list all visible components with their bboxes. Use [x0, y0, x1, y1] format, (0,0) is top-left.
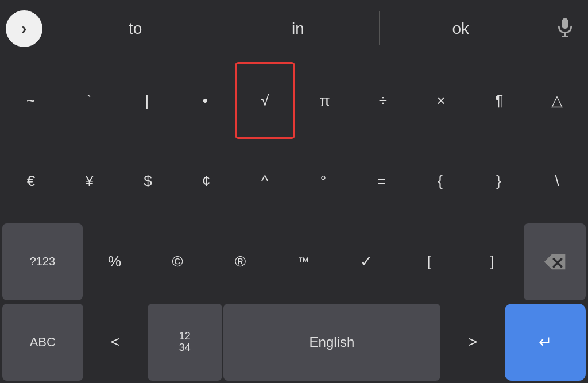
- keyboard: ~ ` | • √ π ÷ × ¶ △ € ¥ $ ¢ ^ ° = { } \ …: [0, 57, 588, 383]
- key-copyright[interactable]: ©: [146, 223, 208, 300]
- suggestions-bar: › to in ok: [0, 0, 588, 57]
- expand-button[interactable]: ›: [6, 10, 42, 47]
- key-cent[interactable]: ¢: [177, 142, 235, 219]
- key-backtick[interactable]: `: [60, 62, 117, 139]
- key-sqrt[interactable]: √: [235, 62, 295, 139]
- key-caret[interactable]: ^: [236, 142, 293, 219]
- key-triangle[interactable]: △: [529, 62, 586, 139]
- key-close-bracket[interactable]: ]: [461, 223, 523, 300]
- key-numbers-stacked[interactable]: 12 34: [148, 304, 222, 381]
- key-pi[interactable]: π: [296, 62, 353, 139]
- expand-icon: ›: [21, 20, 26, 38]
- key-checkmark[interactable]: ✓: [335, 223, 397, 300]
- mic-icon: [555, 17, 575, 40]
- key-row-1: ~ ` | • √ π ÷ × ¶ △: [2, 62, 586, 139]
- key-abc[interactable]: ABC: [2, 304, 83, 381]
- svg-rect-0: [562, 18, 568, 29]
- key-backspace[interactable]: [524, 223, 586, 300]
- suggestions-list: to in ok: [54, 0, 542, 57]
- key-registered[interactable]: ®: [210, 223, 272, 300]
- key-open-brace[interactable]: {: [412, 142, 469, 219]
- key-greater-than[interactable]: >: [442, 304, 504, 381]
- key-close-brace[interactable]: }: [470, 142, 527, 219]
- key-yen[interactable]: ¥: [61, 142, 118, 219]
- key-backslash[interactable]: \: [528, 142, 586, 219]
- mic-button[interactable]: [548, 17, 582, 40]
- key-row-3: ?123 % © ® ™ ✓ [ ]: [2, 223, 586, 300]
- key-trademark[interactable]: ™: [272, 223, 334, 300]
- key-divide[interactable]: ÷: [354, 62, 411, 139]
- suggestion-word-2[interactable]: in: [216, 0, 379, 57]
- suggestion-word-1[interactable]: to: [54, 0, 216, 57]
- stacked-top: 12: [179, 331, 191, 342]
- key-numbers-toggle[interactable]: ?123: [2, 223, 83, 300]
- enter-icon: ↵: [539, 332, 552, 351]
- key-tilde[interactable]: ~: [2, 62, 59, 139]
- suggestion-word-3[interactable]: ok: [380, 0, 542, 57]
- key-bullet[interactable]: •: [177, 62, 234, 139]
- key-multiply[interactable]: ×: [412, 62, 469, 139]
- key-space-english[interactable]: English: [223, 304, 441, 381]
- key-pipe[interactable]: |: [118, 62, 175, 139]
- key-row-4: ABC < 12 34 English > ↵: [2, 304, 586, 381]
- key-equals[interactable]: =: [353, 142, 411, 219]
- key-percent[interactable]: %: [84, 223, 146, 300]
- key-less-than[interactable]: <: [84, 304, 146, 381]
- key-degree[interactable]: °: [295, 142, 352, 219]
- key-open-bracket[interactable]: [: [398, 223, 460, 300]
- key-enter[interactable]: ↵: [505, 304, 586, 381]
- backspace-icon: [543, 253, 566, 270]
- key-pilcrow[interactable]: ¶: [471, 62, 528, 139]
- key-dollar[interactable]: $: [119, 142, 177, 219]
- numbers-stacked-display: 12 34: [179, 331, 191, 354]
- key-row-2: € ¥ $ ¢ ^ ° = { } \: [2, 142, 586, 219]
- stacked-bottom: 34: [179, 342, 191, 354]
- key-euro[interactable]: €: [2, 142, 60, 219]
